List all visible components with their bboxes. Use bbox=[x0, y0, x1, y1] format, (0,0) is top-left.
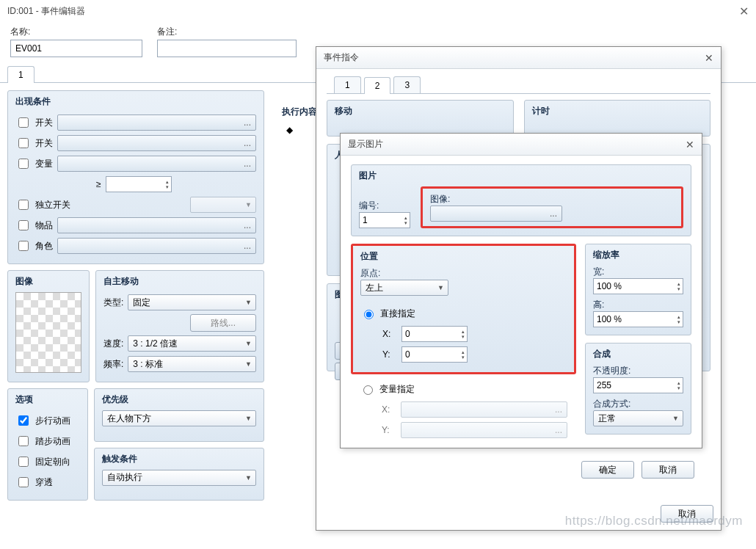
direct-label: 直接指定 bbox=[380, 308, 415, 320]
walk-anim-checkbox[interactable] bbox=[18, 415, 29, 426]
trigger-select[interactable]: 自动执行 bbox=[102, 470, 256, 486]
speed-select[interactable]: 3 : 1/2 倍速 bbox=[128, 335, 256, 352]
item-select[interactable]: ... bbox=[57, 217, 256, 233]
vx-select: ... bbox=[401, 401, 567, 418]
ellipsis-icon: ... bbox=[244, 241, 251, 251]
conditions-group: 出现条件 开关 ... 开关 ... 变量 ... ≥ bbox=[7, 90, 264, 264]
name-input[interactable] bbox=[10, 40, 142, 57]
event-cmd-cancel-button[interactable]: 取消 bbox=[661, 505, 713, 523]
window-title: ID:001 - 事件编辑器 bbox=[7, 5, 85, 18]
type-label: 类型: bbox=[103, 297, 123, 309]
route-button[interactable]: 路线... bbox=[190, 314, 256, 332]
variable-value-spinner[interactable] bbox=[106, 176, 172, 192]
show-pic-title: 显示图片 bbox=[348, 138, 383, 150]
variable-radio[interactable] bbox=[363, 385, 373, 395]
image-group: 图像 bbox=[7, 270, 90, 382]
show-pic-ok-button[interactable]: 确定 bbox=[581, 461, 634, 479]
direct-radio[interactable] bbox=[364, 310, 374, 319]
type-select[interactable]: 固定 bbox=[128, 294, 256, 310]
move-group: 移动 bbox=[327, 100, 514, 137]
conditions-title: 出现条件 bbox=[15, 95, 256, 108]
opacity-spinner[interactable]: 255 bbox=[593, 377, 683, 393]
speed-label: 速度: bbox=[103, 338, 123, 350]
variable-assign-label: 变量指定 bbox=[379, 383, 415, 396]
exec-marker: ◆ bbox=[286, 125, 293, 135]
opacity-label: 不透明度: bbox=[593, 365, 683, 377]
width-label: 宽: bbox=[593, 266, 683, 278]
variable-select[interactable]: ... bbox=[57, 156, 256, 172]
remark-label: 备注: bbox=[157, 26, 297, 38]
actor-checkbox[interactable] bbox=[18, 241, 29, 251]
actor-label: 角色 bbox=[35, 240, 53, 252]
x-label: X: bbox=[382, 329, 397, 339]
image-preview[interactable] bbox=[15, 292, 81, 373]
vy-label: Y: bbox=[382, 425, 396, 435]
close-icon[interactable]: ✕ bbox=[705, 52, 713, 64]
gte-label: ≥ bbox=[96, 179, 101, 189]
variable-checkbox[interactable] bbox=[18, 159, 29, 169]
ellipsis-icon: ... bbox=[244, 138, 251, 148]
exec-content-label: 执行内容 bbox=[282, 106, 317, 118]
timer-group: 计时 bbox=[524, 100, 711, 137]
selfswitch-label: 独立开关 bbox=[35, 199, 70, 211]
show-picture-dialog: 显示图片 ✕ 图片 编号: 1 图像: ... bbox=[340, 133, 702, 448]
height-spinner[interactable]: 100 % bbox=[593, 311, 683, 327]
number-spinner[interactable]: 1 bbox=[359, 212, 410, 228]
event-cmd-tab-2[interactable]: 2 bbox=[364, 77, 391, 94]
automove-title: 自主移动 bbox=[103, 275, 256, 288]
blendmode-select[interactable]: 正常 bbox=[593, 410, 683, 426]
origin-select[interactable]: 左上 bbox=[360, 280, 448, 296]
name-label: 名称: bbox=[10, 26, 142, 38]
switch1-checkbox[interactable] bbox=[18, 117, 29, 128]
image-select[interactable]: ... bbox=[430, 206, 562, 222]
picture-group: 图片 编号: 1 图像: ... bbox=[351, 164, 691, 236]
options-group: 选项 步行动画 踏步动画 固定朝向 穿透 bbox=[7, 388, 88, 501]
fix-dir-checkbox[interactable] bbox=[18, 457, 29, 467]
close-icon[interactable]: ✕ bbox=[739, 4, 749, 18]
close-icon[interactable]: ✕ bbox=[686, 139, 694, 150]
ellipsis-icon: ... bbox=[244, 117, 251, 128]
item-checkbox[interactable] bbox=[18, 220, 29, 230]
selfswitch-checkbox[interactable] bbox=[18, 200, 29, 210]
remark-input[interactable] bbox=[157, 40, 297, 57]
y-spinner[interactable]: 0 bbox=[401, 346, 468, 363]
automove-group: 自主移动 类型: 固定 路线... 速度: 3 : 1/2 倍速 频率: 3 :… bbox=[95, 270, 264, 382]
origin-label: 原点: bbox=[360, 267, 567, 280]
ellipsis-icon: ... bbox=[550, 208, 557, 219]
height-label: 高: bbox=[593, 299, 683, 311]
image-label: 图像: bbox=[430, 193, 674, 206]
trigger-title: 触发条件 bbox=[102, 453, 256, 465]
vy-select: ... bbox=[401, 422, 567, 438]
priority-select[interactable]: 在人物下方 bbox=[102, 410, 256, 426]
priority-title: 优先级 bbox=[102, 393, 256, 406]
ellipsis-icon: ... bbox=[244, 159, 251, 169]
trigger-group: 触发条件 自动执行 bbox=[94, 448, 264, 501]
switch2-select[interactable]: ... bbox=[57, 135, 256, 151]
image-title: 图像 bbox=[15, 275, 81, 288]
event-cmd-title: 事件指令 bbox=[324, 51, 359, 64]
show-pic-cancel-button[interactable]: 取消 bbox=[641, 461, 694, 479]
blend-group: 合成 不透明度: 255 合成方式: 正常 bbox=[585, 343, 691, 435]
freq-select[interactable]: 3 : 标准 bbox=[128, 356, 256, 372]
switch2-checkbox[interactable] bbox=[18, 138, 29, 148]
position-group: 位置 原点: 左上 直接指定 X: 0 Y: 0 bbox=[353, 246, 574, 372]
event-cmd-tabstrip: 1 2 3 bbox=[327, 76, 710, 94]
vx-label: X: bbox=[382, 404, 396, 415]
x-spinner[interactable]: 0 bbox=[401, 326, 468, 342]
window-titlebar: ID:001 - 事件编辑器 ✕ bbox=[0, 0, 756, 22]
through-checkbox[interactable] bbox=[18, 477, 29, 487]
selfswitch-select[interactable] bbox=[190, 197, 256, 213]
ellipsis-icon: ... bbox=[244, 220, 251, 230]
actor-select[interactable]: ... bbox=[57, 238, 256, 254]
number-label: 编号: bbox=[359, 200, 410, 212]
variable-label: 变量 bbox=[35, 158, 53, 170]
event-cmd-tab-1[interactable]: 1 bbox=[334, 76, 361, 93]
width-spinner[interactable]: 100 % bbox=[593, 278, 683, 294]
item-label: 物品 bbox=[35, 219, 53, 232]
event-cmd-tab-3[interactable]: 3 bbox=[393, 76, 421, 93]
step-anim-checkbox[interactable] bbox=[18, 436, 29, 446]
priority-group: 优先级 在人物下方 bbox=[94, 388, 264, 442]
page-tab-1[interactable]: 1 bbox=[7, 66, 34, 83]
y-label: Y: bbox=[382, 349, 397, 360]
switch1-select[interactable]: ... bbox=[57, 114, 256, 131]
